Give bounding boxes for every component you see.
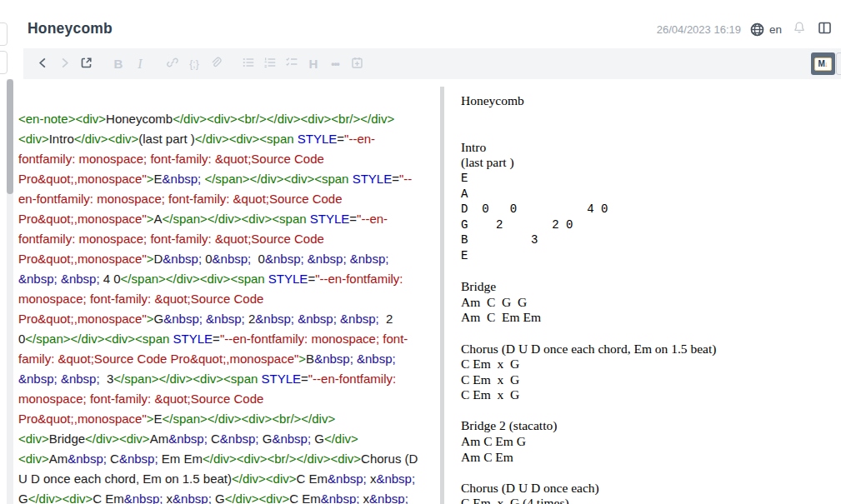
- preview-line: (last part ): [461, 155, 841, 171]
- toggle-notelist-button[interactable]: [0, 51, 8, 74]
- locale-label: en: [769, 23, 782, 36]
- preview-line: Am C G G: [461, 295, 841, 311]
- code-line: en-fontfamily: monospace; font-family: &…: [18, 189, 440, 209]
- code-line: Pro&quot;,monospace">D&nbsp; 0&nbsp; 0&n…: [18, 249, 440, 269]
- preview-line: C Em x G: [461, 372, 841, 388]
- markdown-toggle-button[interactable]: M↓: [811, 52, 835, 75]
- code-editor[interactable]: <en-note><div>Honeycomb</div><div><br/><…: [13, 79, 440, 504]
- calendar-plus-icon: [350, 56, 364, 72]
- toggle-sidebar-button[interactable]: [0, 22, 8, 46]
- code-line: Pro&quot;,monospace">A</span></div><div>…: [18, 209, 440, 229]
- code-lines: <en-note><div>Honeycomb</div><div><br/><…: [13, 79, 440, 504]
- code-line: monospace; font-family: &quot;Source Cod…: [18, 289, 440, 309]
- header-actions: 26/04/2023 16:19 en: [657, 18, 841, 40]
- toggle-layout-button[interactable]: [818, 21, 832, 38]
- code-line: &nbsp; &nbsp; 3</span></div><div><span S…: [18, 369, 440, 389]
- preview-line: C Em x G (4 times): [461, 496, 841, 504]
- preview-line: G 2 2 0: [461, 217, 841, 233]
- insert-datetime-button[interactable]: [346, 53, 368, 75]
- code-line: <div>Am&nbsp; C&nbsp; Em Em</div><div><b…: [18, 449, 440, 469]
- preview-line: C Em x G: [461, 387, 841, 403]
- preview-blank-line: [461, 264, 841, 280]
- inline-code-button[interactable]: {;}: [183, 53, 205, 75]
- numbered-list-button[interactable]: [259, 53, 281, 75]
- richtext-toggle-button[interactable]: [836, 52, 841, 75]
- bell-icon: [793, 21, 806, 37]
- chevron-left-icon: [37, 57, 49, 72]
- ellipsis-icon: •••: [331, 58, 339, 70]
- code-line: &nbsp; &nbsp; 4 0</span></div><div><span…: [18, 269, 440, 289]
- preview-line: Am C Em Em: [461, 310, 841, 326]
- code-line: U D once each chord, Em on 1.5 beat)</di…: [18, 469, 440, 489]
- code-line: Pro&quot;,monospace">E</span></div><div>…: [18, 409, 440, 429]
- code-line: family: &quot;Source Code Pro&quot;,mono…: [18, 349, 440, 369]
- preview-line: C Em x G: [461, 357, 841, 372]
- note-title[interactable]: Honeycomb: [28, 20, 113, 37]
- globe-icon: [749, 22, 765, 37]
- code-line: <div>Bridge</div><div>Am&nbsp; C&nbsp; G…: [18, 429, 440, 449]
- checkbox-list-button[interactable]: [281, 53, 303, 75]
- preview-line: Am C Em: [461, 450, 841, 466]
- note-date: 26/04/2023 16:19: [657, 23, 741, 36]
- link-icon: [166, 56, 179, 72]
- external-link-icon: [79, 56, 93, 72]
- italic-label: I: [138, 57, 142, 72]
- preview-line: Honeycomb: [461, 93, 841, 109]
- scrollbar-thumb[interactable]: [7, 79, 13, 194]
- preview-line: Am C Em G: [461, 434, 841, 450]
- preview-line: Chorus (D U D once each chord, Em on 1.5…: [461, 342, 841, 357]
- preview-line: E: [461, 248, 841, 264]
- hyperlink-button[interactable]: [162, 53, 183, 75]
- preview-line: Chorus (D U D once each): [461, 481, 841, 497]
- toggle-external-editing-button[interactable]: [75, 53, 97, 75]
- code-line: 0</span></div><div><span STYLE="--en-fon…: [18, 329, 440, 349]
- chevron-right-icon: [58, 57, 71, 72]
- preview-line: Intro: [461, 140, 841, 156]
- preview-blank-line: [461, 326, 841, 342]
- preview-blank-line: [461, 465, 841, 481]
- split-pane-icon: [818, 21, 832, 38]
- checkbox-list-icon: [285, 56, 298, 72]
- code-line: fontfamily: monospace; font-family: &quo…: [18, 149, 440, 169]
- code-line: monospace; font-family: &quot;Source Cod…: [18, 389, 440, 409]
- numbered-list-icon: [263, 56, 277, 72]
- preview-line: B 3: [461, 232, 841, 248]
- more-options-button[interactable]: •••: [324, 53, 346, 75]
- preview-pane: HoneycombIntro(last part )EAD 0 0 4 0G 2…: [444, 79, 841, 504]
- preview-line: E: [461, 171, 841, 187]
- bulleted-list-button[interactable]: [238, 53, 259, 75]
- preview-blank-line: [461, 124, 841, 140]
- editor-toolbar: B I {;}: [23, 48, 841, 79]
- app-window: { "header": { "title": "Honeycomb", "dat…: [0, 0, 841, 504]
- preview-line: D 0 0 4 0: [461, 202, 841, 217]
- scrollbar[interactable]: [7, 79, 13, 504]
- preview-line: Bridge: [461, 279, 841, 295]
- preview-lines: HoneycombIntro(last part )EAD 0 0 4 0G 2…: [444, 79, 841, 504]
- preview-line: A: [461, 187, 841, 202]
- bold-button[interactable]: B: [108, 53, 129, 75]
- forward-button[interactable]: [53, 53, 75, 75]
- code-line: G</div><div>C Em&nbsp; x&nbsp; G</div><d…: [18, 489, 440, 504]
- code-line: <div>Intro</div><div>(last part )</div><…: [18, 129, 440, 149]
- back-button[interactable]: [32, 53, 53, 75]
- spellcheck-button[interactable]: en: [749, 22, 782, 37]
- heading-label: H: [309, 57, 318, 71]
- code-line: <en-note><div>Honeycomb</div><div><br/><…: [18, 109, 440, 129]
- code-line: fontfamily: monospace; font-family: &quo…: [18, 229, 440, 249]
- preview-blank-line: [461, 403, 841, 419]
- alarm-button[interactable]: [793, 21, 806, 37]
- preview-blank-line: [461, 109, 841, 125]
- code-line: Pro&quot;,monospace">E&nbsp; </span></di…: [18, 169, 440, 189]
- preview-line: Bridge 2 (stacatto): [461, 418, 841, 434]
- markdown-icon: M↓: [814, 57, 832, 71]
- heading-button[interactable]: H: [303, 53, 324, 75]
- attach-file-button[interactable]: [205, 53, 227, 75]
- paperclip-icon: [209, 56, 223, 72]
- bulleted-list-icon: [242, 56, 255, 72]
- italic-button[interactable]: I: [129, 53, 151, 75]
- code-line: Pro&quot;,monospace">G&nbsp; &nbsp; 2&nb…: [18, 309, 440, 329]
- bold-label: B: [114, 57, 123, 71]
- code-label: {;}: [189, 58, 198, 70]
